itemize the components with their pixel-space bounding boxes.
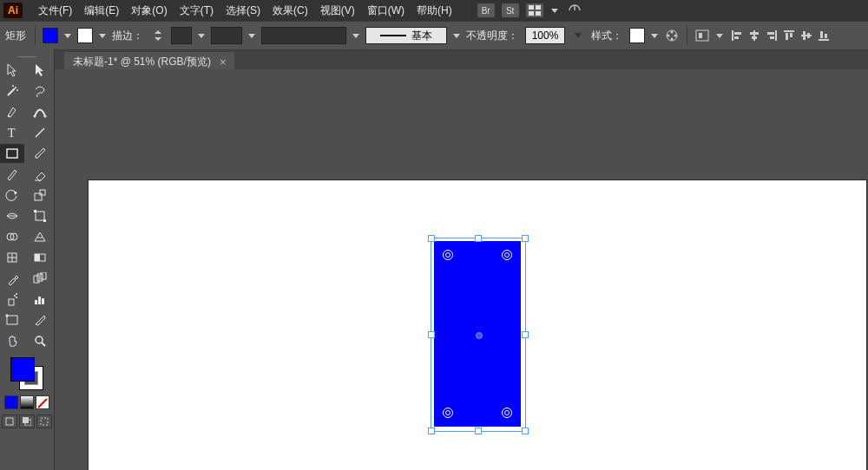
hand-tool[interactable] <box>0 331 24 350</box>
slice-tool[interactable] <box>28 310 52 330</box>
artboard-tool[interactable] <box>0 310 24 330</box>
menu-effect[interactable]: 效果(C) <box>273 3 308 18</box>
workspace[interactable] <box>56 69 868 470</box>
mesh-tool[interactable] <box>0 248 24 267</box>
stroke-dropdown[interactable] <box>98 29 107 42</box>
symbol-sprayer-tool[interactable] <box>0 290 24 309</box>
svg-marker-5 <box>64 34 71 38</box>
stock-icon[interactable]: St <box>502 3 519 17</box>
color-mode-none[interactable] <box>36 395 49 409</box>
line-tool[interactable] <box>28 123 52 142</box>
menu-file[interactable]: 文件(F) <box>38 3 72 18</box>
svg-rect-50 <box>7 149 17 158</box>
svg-rect-25 <box>734 36 739 39</box>
align-right-icon[interactable] <box>764 28 779 43</box>
bridge-icon[interactable]: Br <box>477 3 495 17</box>
shape-builder-tool[interactable] <box>0 227 24 246</box>
svg-point-16 <box>671 31 674 34</box>
selected-rectangle[interactable] <box>434 241 521 427</box>
align-top-icon[interactable] <box>781 28 797 43</box>
variable-width-dropdown[interactable] <box>247 29 256 42</box>
align-bottom-icon[interactable] <box>816 28 832 43</box>
close-tab-icon[interactable]: × <box>220 56 227 68</box>
curvature-tool[interactable] <box>28 102 52 121</box>
menu-edit[interactable]: 编辑(E) <box>84 3 119 18</box>
corner-widget-bl[interactable] <box>443 408 453 418</box>
draw-behind-icon[interactable] <box>19 415 35 428</box>
svg-marker-10 <box>248 34 255 38</box>
document-tab[interactable]: 未标题-1* @ 51% (RGB/预览) × <box>64 52 234 71</box>
corner-widget-br[interactable] <box>502 408 512 418</box>
menu-help[interactable]: 帮助(H) <box>417 3 452 18</box>
graphic-style-dropdown[interactable] <box>650 29 659 42</box>
chevron-down-icon[interactable] <box>550 3 559 17</box>
stroke-stepdown-icon[interactable] <box>150 28 166 43</box>
corner-widget-tl[interactable] <box>443 250 453 260</box>
selection-tool[interactable] <box>0 61 24 80</box>
align-to-dropdown[interactable] <box>715 29 724 42</box>
menu-view[interactable]: 视图(V) <box>320 3 355 18</box>
align-left-icon[interactable] <box>729 28 745 43</box>
eraser-tool[interactable] <box>28 165 52 184</box>
align-to-icon[interactable] <box>694 28 710 43</box>
svg-rect-28 <box>752 36 757 39</box>
menu-object[interactable]: 对象(O) <box>131 3 167 18</box>
eyedropper-tool[interactable] <box>0 269 24 288</box>
handle-bottom[interactable] <box>475 428 482 434</box>
artboard[interactable] <box>89 180 866 470</box>
fill-dropdown[interactable] <box>63 29 72 42</box>
menu-type[interactable]: 文字(T) <box>180 3 214 18</box>
opacity-input[interactable]: 100% <box>525 27 565 44</box>
fill-proxy[interactable] <box>10 357 35 382</box>
toolbox-grip[interactable] <box>0 54 54 59</box>
opacity-dropdown[interactable] <box>570 28 586 43</box>
fill-stroke-control[interactable] <box>10 357 43 390</box>
draw-normal-icon[interactable] <box>2 415 17 428</box>
paintbrush-tool[interactable] <box>28 144 52 163</box>
free-transform-tool[interactable] <box>28 206 52 225</box>
blend-tool[interactable] <box>28 269 52 288</box>
align-hcenter-icon[interactable] <box>746 28 762 43</box>
brush-style-dropdown[interactable] <box>452 29 461 42</box>
recolor-artwork-icon[interactable] <box>664 28 680 43</box>
align-vcenter-icon[interactable] <box>799 28 814 43</box>
gradient-tool[interactable] <box>28 248 52 267</box>
svg-point-19 <box>667 35 670 37</box>
direct-selection-tool[interactable] <box>28 61 52 80</box>
handle-bottom-left[interactable] <box>428 428 435 434</box>
pen-tool[interactable] <box>0 102 24 121</box>
scale-tool[interactable] <box>28 186 52 205</box>
svg-rect-31 <box>770 36 774 39</box>
svg-marker-9 <box>198 34 205 38</box>
handle-bottom-right[interactable] <box>522 428 529 434</box>
handle-right[interactable] <box>522 331 529 338</box>
column-graph-tool[interactable] <box>28 290 52 309</box>
brush-definition-dropdown[interactable] <box>352 29 360 42</box>
draw-inside-icon[interactable] <box>36 415 52 428</box>
brush-definition[interactable] <box>261 27 346 44</box>
rectangle-tool[interactable] <box>0 144 24 163</box>
stroke-swatch[interactable] <box>77 28 93 43</box>
color-mode-gradient[interactable] <box>20 395 34 409</box>
menu-select[interactable]: 选择(S) <box>226 3 260 18</box>
lasso-tool[interactable] <box>28 82 52 101</box>
variable-width-profile[interactable] <box>211 27 242 44</box>
stroke-weight-input[interactable] <box>171 27 192 44</box>
gpu-preview-icon[interactable] <box>566 3 583 17</box>
perspective-grid-tool[interactable] <box>28 227 52 246</box>
color-mode-solid[interactable] <box>4 395 18 409</box>
stroke-weight-dropdown[interactable] <box>197 29 206 42</box>
corner-widget-tr[interactable] <box>502 250 512 260</box>
zoom-tool[interactable] <box>28 331 52 350</box>
magic-wand-tool[interactable] <box>0 82 24 101</box>
fill-swatch[interactable] <box>43 28 58 43</box>
arrange-documents-icon[interactable] <box>526 3 543 17</box>
width-tool[interactable] <box>0 206 24 225</box>
graphic-style-swatch[interactable] <box>629 28 645 43</box>
menu-window[interactable]: 窗口(W) <box>367 3 404 18</box>
rotate-tool[interactable] <box>0 186 24 205</box>
shaper-tool[interactable] <box>0 165 24 184</box>
handle-top-right[interactable] <box>522 235 529 242</box>
type-tool[interactable]: T <box>0 123 24 142</box>
brush-style-select[interactable]: 基本 <box>365 27 447 44</box>
